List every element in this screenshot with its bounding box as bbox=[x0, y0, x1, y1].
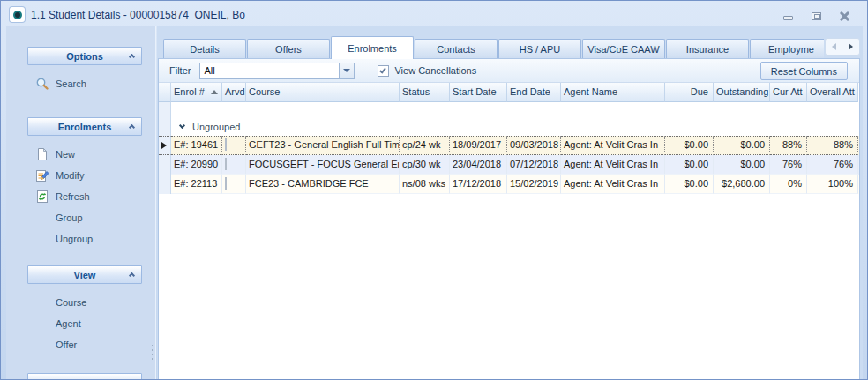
enrolments-tab-page: Filter All View Cancellations Reset Colu… bbox=[158, 58, 860, 379]
reset-columns-button[interactable]: Reset Columns bbox=[760, 62, 848, 80]
tab-details[interactable]: Details bbox=[163, 39, 246, 59]
sidebar-item-course[interactable]: Course bbox=[27, 292, 142, 313]
sidebar-item-new[interactable]: New bbox=[27, 144, 142, 165]
row-arrow-icon bbox=[161, 142, 167, 149]
group-options-label: Options bbox=[28, 51, 141, 62]
sidebar-item-group[interactable]: Group bbox=[27, 207, 142, 228]
sidebar-item-label: Modify bbox=[56, 170, 84, 181]
cell-start-date: 23/04/2018 bbox=[450, 155, 507, 175]
grid-header-row: Enrol # Arvd Course Status Start Date En… bbox=[159, 83, 859, 102]
arvd-checkbox[interactable] bbox=[225, 138, 227, 151]
sidebar-item-ungroup[interactable]: Ungroup bbox=[27, 228, 142, 250]
cell-start-date: 17/12/2018 bbox=[450, 175, 507, 194]
cell-overall-att: 100% bbox=[807, 175, 858, 194]
cell-course: FCE23 - CAMBRIDGE FCE bbox=[246, 175, 400, 194]
column-header-agent-name[interactable]: Agent Name bbox=[561, 83, 665, 102]
sidebar-item-offer[interactable]: Offer bbox=[27, 334, 142, 355]
view-cancellations-checkbox[interactable] bbox=[378, 65, 389, 77]
sidebar-item-label: Agent bbox=[56, 318, 81, 329]
sidebar-group-print[interactable]: Print bbox=[27, 373, 142, 380]
column-header-course[interactable]: Course bbox=[246, 83, 400, 102]
column-header-arvd[interactable]: Arvd bbox=[222, 83, 246, 102]
sidebar-item-label: Offer bbox=[56, 339, 77, 350]
tab-offers[interactable]: Offers bbox=[247, 39, 330, 59]
tab-enrolments[interactable]: Enrolments bbox=[331, 36, 414, 59]
filter-toolbar: Filter All View Cancellations Reset Colu… bbox=[159, 59, 859, 83]
cell-cur-att: 76% bbox=[770, 155, 807, 175]
group-view-label: View bbox=[28, 270, 141, 280]
sidebar-item-refresh[interactable]: Refresh bbox=[27, 186, 142, 207]
cell-outstanding: $2,680.00 bbox=[714, 175, 770, 194]
main-panel: Details Offers Enrolments Contacts HS / … bbox=[157, 26, 863, 379]
sidebar-item-search[interactable]: Search bbox=[27, 73, 142, 94]
filter-combobox[interactable]: All bbox=[199, 63, 355, 79]
sidebar-item-label: Ungroup bbox=[56, 234, 93, 244]
cell-status: cp/30 wk bbox=[400, 155, 450, 175]
tab-scroll-left-icon[interactable] bbox=[832, 43, 836, 50]
tab-employment[interactable]: Employme bbox=[750, 39, 824, 59]
tab-contacts[interactable]: Contacts bbox=[415, 39, 498, 59]
search-icon bbox=[35, 77, 49, 91]
combo-dropdown-button[interactable] bbox=[339, 63, 354, 78]
minimize-icon bbox=[783, 16, 793, 20]
tab-hs-apu[interactable]: HS / APU bbox=[498, 39, 581, 59]
group-enrolments-label: Enrolments bbox=[28, 122, 141, 132]
app-icon bbox=[10, 7, 25, 22]
close-icon bbox=[839, 11, 850, 22]
cell-course: FOCUSGEFT - FOCUS General Englis bbox=[246, 155, 400, 175]
tab-scroll-right-icon[interactable] bbox=[849, 43, 853, 50]
cell-arvd bbox=[222, 155, 246, 175]
close-button[interactable] bbox=[837, 10, 851, 22]
grid-spacer-row bbox=[159, 102, 859, 117]
cell-agent-name: Agent: At Velit Cras In bbox=[561, 136, 665, 155]
cell-due: $0.00 bbox=[665, 155, 714, 175]
restore-button[interactable] bbox=[809, 10, 823, 22]
column-header-outstanding[interactable]: Outstanding bbox=[714, 83, 770, 102]
titlebar: 1.1 Student Details - 0000015874 ONEIL, … bbox=[4, 4, 864, 26]
column-header-end-date[interactable]: End Date bbox=[507, 83, 561, 102]
tab-insurance[interactable]: Insurance bbox=[666, 39, 749, 59]
tabstrip: Details Offers Enrolments Contacts HS / … bbox=[163, 36, 824, 59]
column-header-enrol[interactable]: Enrol # bbox=[171, 83, 222, 102]
sidebar-splitter-grip[interactable] bbox=[152, 345, 153, 360]
cell-course: GEFT23 - General English Full Time bbox=[246, 136, 400, 155]
focused-row-indicator bbox=[159, 136, 171, 155]
sidebar-group-view[interactable]: View bbox=[27, 265, 142, 284]
cell-arvd bbox=[222, 136, 246, 155]
cell-arvd bbox=[222, 175, 246, 194]
column-header-status[interactable]: Status bbox=[400, 83, 450, 102]
arvd-checkbox[interactable] bbox=[225, 158, 227, 170]
tab-scroll-buttons bbox=[825, 38, 860, 56]
cell-due: $0.00 bbox=[665, 136, 714, 155]
sidebar-item-label: Refresh bbox=[56, 191, 90, 202]
column-header-overall-att[interactable]: Overall Att bbox=[807, 83, 858, 102]
cell-cur-att: 0% bbox=[770, 175, 807, 194]
cell-due: $0.00 bbox=[665, 175, 714, 194]
cell-end-date: 15/02/2019 bbox=[507, 175, 561, 194]
sidebar-group-options[interactable]: Options bbox=[27, 47, 142, 65]
tab-visa-coe-caaw[interactable]: Visa/CoE CAAW bbox=[582, 39, 665, 59]
arvd-checkbox[interactable] bbox=[225, 177, 227, 190]
chevron-down-icon bbox=[179, 123, 185, 129]
minimize-button[interactable] bbox=[781, 10, 795, 22]
filter-value: All bbox=[200, 63, 339, 78]
table-row[interactable]: E#: 22113 FCE23 - CAMBRIDGE FCE ns/08 wk… bbox=[159, 175, 859, 194]
group-row-label: Ungrouped bbox=[192, 118, 240, 136]
cell-overall-att: 76% bbox=[807, 155, 858, 175]
sidebar-item-modify[interactable]: Modify bbox=[27, 165, 142, 186]
sidebar-group-enrolments[interactable]: Enrolments bbox=[27, 117, 142, 136]
sort-ascending-icon bbox=[211, 90, 218, 94]
view-cancellations-option[interactable]: View Cancellations bbox=[378, 65, 476, 77]
cell-agent-name: Agent: At Velit Cras In bbox=[561, 155, 665, 175]
sidebar: Options Search Enrolments bbox=[6, 26, 156, 379]
cell-agent-name: Agent: At Velit Cras In bbox=[561, 175, 665, 194]
cell-start-date: 18/09/2017 bbox=[450, 136, 507, 155]
table-row[interactable]: E#: 20990 FOCUSGEFT - FOCUS General Engl… bbox=[159, 155, 859, 175]
column-header-cur-att[interactable]: Cur Att bbox=[770, 83, 807, 102]
sidebar-item-label: Group bbox=[56, 212, 83, 223]
sidebar-item-agent[interactable]: Agent bbox=[27, 313, 142, 334]
column-header-due[interactable]: Due bbox=[665, 83, 714, 102]
column-header-start-date[interactable]: Start Date bbox=[450, 83, 507, 102]
table-row[interactable]: E#: 19461 GEFT23 - General English Full … bbox=[159, 136, 859, 155]
group-row-ungrouped[interactable]: Ungrouped bbox=[159, 117, 859, 136]
